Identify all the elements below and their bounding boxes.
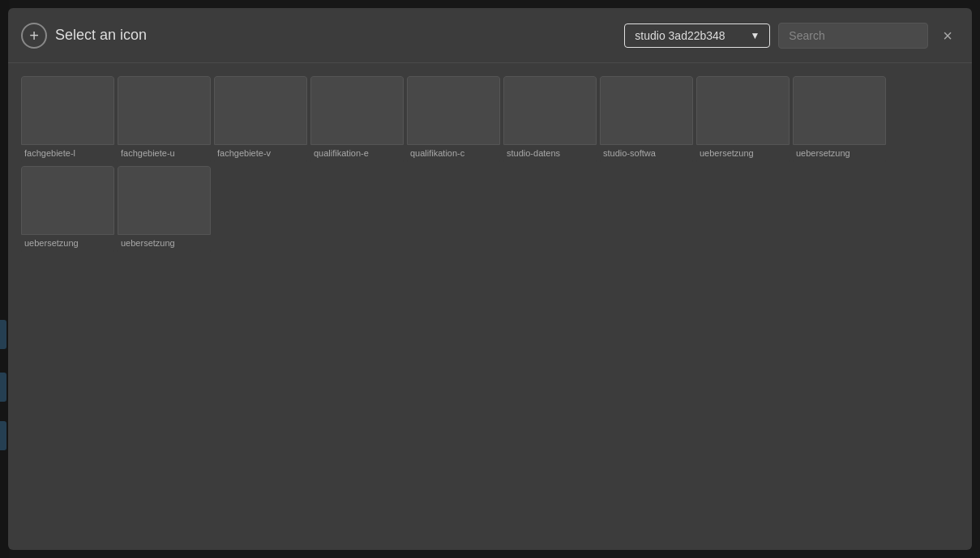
icon-grid: fachgebiete-lfachgebiete-ufachgebiete-vq…	[21, 76, 959, 253]
icon-label: qualifikation-c	[407, 145, 500, 163]
icon-item[interactable]: qualifikation-e	[310, 76, 404, 163]
icon-preview	[118, 166, 211, 235]
icon-item[interactable]: studio-datens	[503, 76, 597, 163]
modal-overlay: + Select an icon studio 3ad22b348 ▼ × fa…	[0, 0, 980, 558]
icon-label: uebersetzung	[21, 235, 114, 253]
studio-dropdown[interactable]: studio 3ad22b348 ▼	[624, 23, 770, 48]
icon-item[interactable]: fachgebiete-l	[21, 76, 114, 163]
icon-label: studio-datens	[503, 145, 597, 163]
select-icon-modal: + Select an icon studio 3ad22b348 ▼ × fa…	[8, 8, 972, 550]
icon-preview	[118, 76, 211, 145]
icon-item[interactable]: fachgebiete-v	[214, 76, 307, 163]
icon-label: qualifikation-e	[310, 145, 404, 163]
icon-preview	[310, 76, 404, 145]
icon-label: uebersetzung	[696, 145, 790, 163]
icon-preview	[214, 76, 307, 145]
icon-preview	[21, 166, 114, 235]
icon-preview	[793, 76, 886, 145]
icon-preview	[696, 76, 790, 145]
icon-item[interactable]: uebersetzung	[21, 166, 114, 253]
search-input[interactable]	[778, 23, 928, 49]
studio-dropdown-label: studio 3ad22b348	[635, 29, 725, 42]
icon-preview	[503, 76, 597, 145]
icon-item[interactable]: studio-softwa	[600, 76, 693, 163]
icon-item[interactable]: uebersetzung	[696, 76, 790, 163]
icon-item[interactable]: qualifikation-c	[407, 76, 500, 163]
modal-body: fachgebiete-lfachgebiete-ufachgebiete-vq…	[8, 63, 972, 550]
add-icon-button[interactable]: +	[21, 23, 47, 49]
icon-item[interactable]: uebersetzung	[118, 166, 211, 253]
icon-preview	[600, 76, 693, 145]
icon-item[interactable]: fachgebiete-u	[118, 76, 211, 163]
icon-label: fachgebiete-v	[214, 145, 307, 163]
icon-item[interactable]: uebersetzung	[793, 76, 886, 163]
icon-preview	[21, 76, 114, 145]
icon-label: uebersetzung	[118, 235, 211, 253]
modal-title: Select an icon	[55, 27, 616, 44]
modal-header: + Select an icon studio 3ad22b348 ▼ ×	[8, 8, 972, 63]
icon-preview	[407, 76, 500, 145]
icon-label: studio-softwa	[600, 145, 693, 163]
icon-label: fachgebiete-u	[118, 145, 211, 163]
close-button[interactable]: ×	[936, 24, 959, 47]
chevron-down-icon: ▼	[750, 30, 760, 41]
icon-label: uebersetzung	[793, 145, 886, 163]
icon-label: fachgebiete-l	[21, 145, 114, 163]
